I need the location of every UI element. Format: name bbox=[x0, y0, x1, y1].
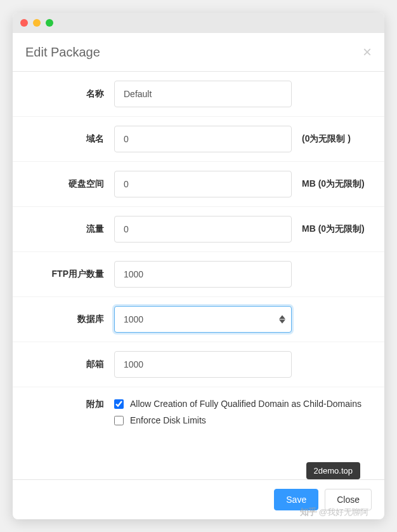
label-email: 邮箱 bbox=[28, 359, 104, 370]
edit-package-modal: Edit Package × 名称 域名 (0为无限制 ) 硬盘空间 MB (0… bbox=[13, 13, 384, 519]
field-database: 数据库 bbox=[13, 297, 384, 342]
input-disk[interactable] bbox=[114, 171, 292, 197]
label-domain: 域名 bbox=[28, 133, 104, 145]
modal-header: Edit Package × bbox=[13, 33, 384, 72]
label-name: 名称 bbox=[28, 88, 104, 100]
addon-option-disklimits: Enforce Disk Limits bbox=[114, 415, 361, 425]
input-bandwidth[interactable] bbox=[114, 216, 292, 243]
label-database: 数据库 bbox=[28, 314, 104, 325]
modal-body: 名称 域名 (0为无限制 ) 硬盘空间 MB (0为无限制) 流量 MB (0为… bbox=[13, 72, 384, 479]
checkbox-disklimits-label[interactable]: Enforce Disk Limits bbox=[130, 415, 206, 425]
suffix-disk: MB (0为无限制) bbox=[302, 178, 365, 190]
input-database[interactable] bbox=[114, 306, 292, 333]
modal-footer: 2demo.top Save Close bbox=[13, 479, 384, 519]
label-addon: 附加 bbox=[28, 396, 104, 410]
checkbox-disklimits[interactable] bbox=[114, 416, 124, 425]
field-addon: 附加 Allow Creation of Fully Qualified Dom… bbox=[13, 387, 384, 434]
tooltip: 2demo.top bbox=[306, 462, 360, 479]
close-button[interactable]: Close bbox=[325, 489, 372, 510]
modal-title: Edit Package bbox=[25, 45, 100, 60]
field-name: 名称 bbox=[13, 72, 384, 116]
addon-option-fqdn: Allow Creation of Fully Qualified Domain… bbox=[114, 399, 361, 409]
input-database-wrapper bbox=[114, 306, 292, 333]
label-disk: 硬盘空间 bbox=[28, 178, 104, 190]
window-maximize-icon[interactable] bbox=[46, 19, 53, 27]
checkbox-fqdn[interactable] bbox=[114, 399, 124, 409]
field-domain: 域名 (0为无限制 ) bbox=[13, 117, 384, 161]
label-bandwidth: 流量 bbox=[28, 223, 104, 235]
window-minimize-icon[interactable] bbox=[33, 19, 41, 27]
input-domain[interactable] bbox=[114, 126, 292, 152]
label-ftp: FTP用户数量 bbox=[28, 269, 104, 280]
save-button[interactable]: Save bbox=[274, 489, 318, 510]
close-icon[interactable]: × bbox=[363, 44, 372, 60]
stepper-down-icon[interactable] bbox=[279, 320, 285, 324]
field-disk: 硬盘空间 MB (0为无限制) bbox=[13, 162, 384, 206]
stepper-up-icon[interactable] bbox=[279, 316, 285, 319]
field-ftp: FTP用户数量 bbox=[13, 252, 384, 296]
suffix-bandwidth: MB (0为无限制) bbox=[302, 223, 365, 235]
window-close-icon[interactable] bbox=[20, 19, 28, 27]
addon-checkbox-group: Allow Creation of Fully Qualified Domain… bbox=[114, 396, 361, 425]
database-stepper bbox=[279, 316, 285, 324]
input-ftp[interactable] bbox=[114, 261, 292, 288]
input-name[interactable] bbox=[114, 81, 292, 107]
suffix-domain: (0为无限制 ) bbox=[302, 133, 351, 145]
field-email: 邮箱 bbox=[13, 342, 384, 387]
checkbox-fqdn-label[interactable]: Allow Creation of Fully Qualified Domain… bbox=[130, 399, 361, 409]
window-titlebar bbox=[13, 13, 384, 33]
field-bandwidth: 流量 MB (0为无限制) bbox=[13, 207, 384, 251]
input-email[interactable] bbox=[114, 351, 292, 378]
